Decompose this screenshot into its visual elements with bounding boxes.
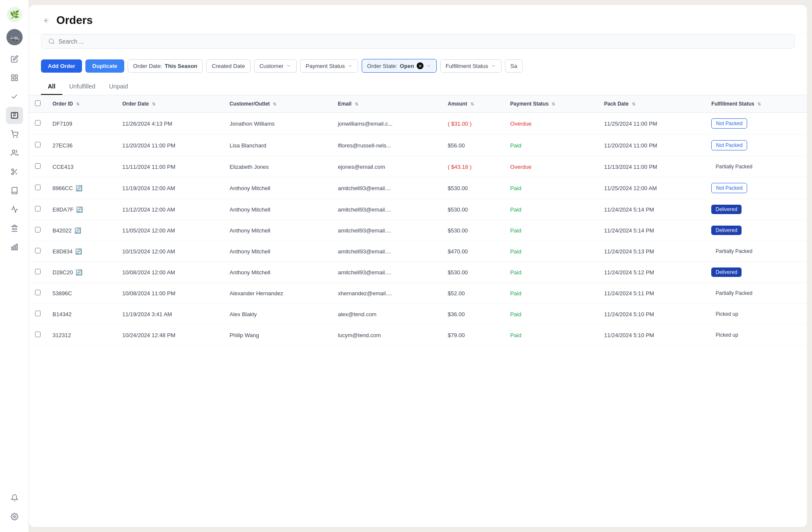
row-order-id[interactable]: 27EC36: [47, 135, 117, 156]
page-title: Orders: [56, 14, 93, 27]
header-email[interactable]: Email ⇅: [332, 95, 441, 113]
table-row: B1434211/19/2024 3:41 AMAlex Blaklyalex@…: [29, 304, 807, 325]
sidebar-item-check[interactable]: [6, 88, 23, 105]
duplicate-button[interactable]: Duplicate: [85, 59, 124, 73]
sidebar-item-report[interactable]: [6, 238, 23, 256]
row-order-id[interactable]: DF7109: [47, 113, 117, 135]
row-checkbox[interactable]: [35, 332, 41, 337]
sidebar-item-people[interactable]: [6, 144, 23, 162]
row-customer: Philip Wang: [224, 325, 332, 346]
row-pack-date: 11/13/2024 11:00 PM: [598, 156, 705, 177]
filter-created-date-button[interactable]: Created Date: [206, 59, 250, 73]
table-row: B42022🔄11/05/2024 12:00 AMAnthony Mitche…: [29, 220, 807, 241]
svg-rect-25: [14, 245, 15, 250]
tab-unfulfilled[interactable]: Unfulfilled: [62, 79, 102, 95]
header-order-id[interactable]: Order ID ⇅: [47, 95, 117, 113]
row-order-date: 11/20/2024 11:00 PM: [117, 135, 224, 156]
sidebar-item-bell[interactable]: [6, 489, 23, 506]
chevron-down-icon: [286, 63, 291, 68]
user-avatar[interactable]: 🦡: [6, 29, 23, 45]
row-order-date: 10/15/2024 12:00 AM: [117, 241, 224, 262]
row-fulfillment-status: Partially Packed: [705, 241, 807, 262]
row-pack-date: 11/24/2024 5:13 PM: [598, 241, 705, 262]
row-order-id[interactable]: E8D834🔄: [47, 241, 117, 262]
header-fulfillment-status[interactable]: Fulfillment Status ⇅: [705, 95, 807, 113]
row-checkbox[interactable]: [35, 120, 41, 126]
row-checkbox-cell: [29, 241, 47, 262]
filter-order-date-button[interactable]: Order Date: This Season: [128, 59, 203, 73]
row-order-id[interactable]: 312312: [47, 325, 117, 346]
chevron-down-icon-3: [426, 63, 431, 68]
recycle-icon: 🔄: [74, 227, 81, 234]
row-checkbox-cell: [29, 262, 47, 283]
app-logo[interactable]: 🌿: [7, 7, 22, 22]
row-order-id[interactable]: E8DA7F🔄: [47, 199, 117, 220]
filter-order-date-value-label: This Season: [165, 63, 198, 69]
table-row: E8D834🔄10/15/2024 12:00 AMAnthony Mitche…: [29, 241, 807, 262]
row-email: amitchell93@email....: [332, 220, 441, 241]
select-all-checkbox[interactable]: [35, 100, 41, 106]
sidebar-item-edit[interactable]: [6, 50, 23, 68]
table-row: 8966CC🔄11/19/2024 12:00 AMAnthony Mitche…: [29, 177, 807, 199]
row-checkbox[interactable]: [35, 163, 41, 169]
filter-order-state-button[interactable]: Order State: Open ✕: [362, 59, 437, 73]
row-order-id[interactable]: D28C20🔄: [47, 262, 117, 283]
row-checkbox[interactable]: [35, 269, 41, 274]
row-customer: Anthony Mitchell: [224, 177, 332, 199]
table-row: 31231210/24/2024 12:48 PMPhilip Wanglucy…: [29, 325, 807, 346]
filter-payment-status-button[interactable]: Payment Status: [300, 59, 358, 73]
row-checkbox[interactable]: [35, 206, 41, 212]
header-order-date[interactable]: Order Date ⇅: [117, 95, 224, 113]
row-order-date: 11/11/2024 11:00 PM: [117, 156, 224, 177]
row-order-id[interactable]: 53896C: [47, 283, 117, 304]
row-order-id[interactable]: B42022🔄: [47, 220, 117, 241]
header-pack-date[interactable]: Pack Date ⇅: [598, 95, 705, 113]
row-order-id[interactable]: CCE413: [47, 156, 117, 177]
tab-unpaid[interactable]: Unpaid: [102, 79, 134, 95]
row-email: amitchell93@email....: [332, 241, 441, 262]
collapse-sidebar-button[interactable]: [41, 15, 52, 26]
row-checkbox[interactable]: [35, 248, 41, 253]
filter-order-state-clear-button[interactable]: ✕: [417, 62, 424, 69]
sidebar-item-orders[interactable]: [6, 107, 23, 124]
svg-rect-4: [12, 79, 14, 81]
row-order-id[interactable]: 8966CC🔄: [47, 177, 117, 199]
svg-line-17: [13, 170, 15, 172]
header-customer-outlet[interactable]: Customer/Outlet ⇅: [224, 95, 332, 113]
row-checkbox[interactable]: [35, 185, 41, 190]
header-checkbox-cell: [29, 95, 47, 113]
add-order-button[interactable]: Add Order: [41, 59, 82, 73]
sidebar-item-book[interactable]: [6, 182, 23, 199]
row-fulfillment-status: Picked up: [705, 304, 807, 325]
row-payment-status: Paid: [504, 135, 598, 156]
row-payment-status: Paid: [504, 283, 598, 304]
row-checkbox[interactable]: [35, 142, 41, 147]
header-payment-status[interactable]: Payment Status ⇅: [504, 95, 598, 113]
row-order-date: 11/26/2024 4:13 PM: [117, 113, 224, 135]
row-checkbox-cell: [29, 177, 47, 199]
search-input[interactable]: [58, 38, 788, 45]
row-checkbox[interactable]: [35, 311, 41, 316]
sidebar-item-grid[interactable]: [6, 69, 23, 86]
svg-rect-26: [16, 244, 17, 250]
row-order-id[interactable]: B14342: [47, 304, 117, 325]
row-checkbox[interactable]: [35, 290, 41, 295]
row-order-date: 10/08/2024 12:00 AM: [117, 262, 224, 283]
row-customer: Lisa Blanchard: [224, 135, 332, 156]
sidebar-item-settings[interactable]: [6, 508, 23, 525]
row-checkbox[interactable]: [35, 227, 41, 232]
row-amount: $470.00: [442, 241, 504, 262]
row-email: amitchell93@email....: [332, 262, 441, 283]
svg-point-12: [12, 150, 15, 153]
filter-fulfillment-status-button[interactable]: Fulfillment Status: [440, 59, 502, 73]
row-customer: Anthony Mitchell: [224, 241, 332, 262]
sidebar-item-scissors[interactable]: [6, 163, 23, 180]
tab-all[interactable]: All: [41, 79, 62, 95]
sidebar-item-bank[interactable]: [6, 220, 23, 237]
svg-point-10: [13, 137, 14, 138]
header-amount[interactable]: Amount ⇅: [442, 95, 504, 113]
filter-customer-button[interactable]: Customer: [254, 59, 297, 73]
sidebar-item-cart[interactable]: [6, 126, 23, 143]
filter-sa-button[interactable]: Sa: [505, 59, 523, 73]
sidebar-item-chart[interactable]: [6, 201, 23, 218]
